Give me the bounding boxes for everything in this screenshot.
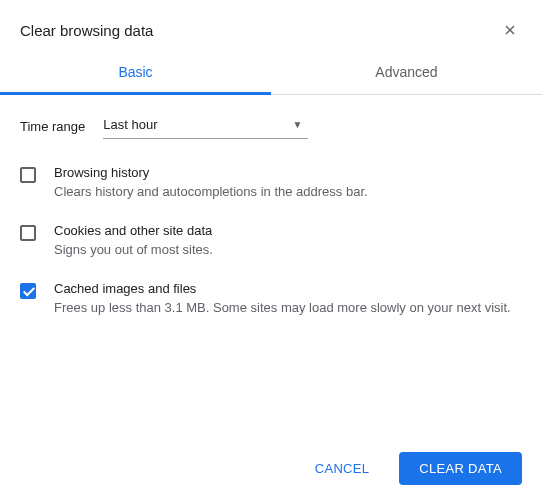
item-desc: Frees up less than 3.1 MB. Some sites ma…	[54, 299, 522, 317]
time-range-select[interactable]: Last hour ▼	[103, 113, 308, 139]
clear-data-button[interactable]: CLEAR DATA	[399, 452, 522, 485]
item-title: Cookies and other site data	[54, 223, 522, 238]
dialog-title: Clear browsing data	[20, 22, 153, 39]
time-range-value: Last hour	[103, 117, 157, 132]
item-title: Cached images and files	[54, 281, 522, 296]
chevron-down-icon: ▼	[292, 119, 302, 130]
close-icon	[502, 22, 518, 38]
checkbox-browsing-history[interactable]	[20, 167, 36, 183]
tab-bar: Basic Advanced	[0, 50, 542, 95]
tab-advanced[interactable]: Advanced	[271, 50, 542, 94]
cancel-button[interactable]: CANCEL	[295, 452, 390, 485]
time-range-label: Time range	[20, 119, 85, 134]
close-button[interactable]	[498, 18, 522, 42]
item-desc: Clears history and autocompletions in th…	[54, 183, 522, 201]
checkbox-cache[interactable]	[20, 283, 36, 299]
checkbox-cookies[interactable]	[20, 225, 36, 241]
item-desc: Signs you out of most sites.	[54, 241, 522, 259]
tab-basic[interactable]: Basic	[0, 50, 271, 94]
item-title: Browsing history	[54, 165, 522, 180]
